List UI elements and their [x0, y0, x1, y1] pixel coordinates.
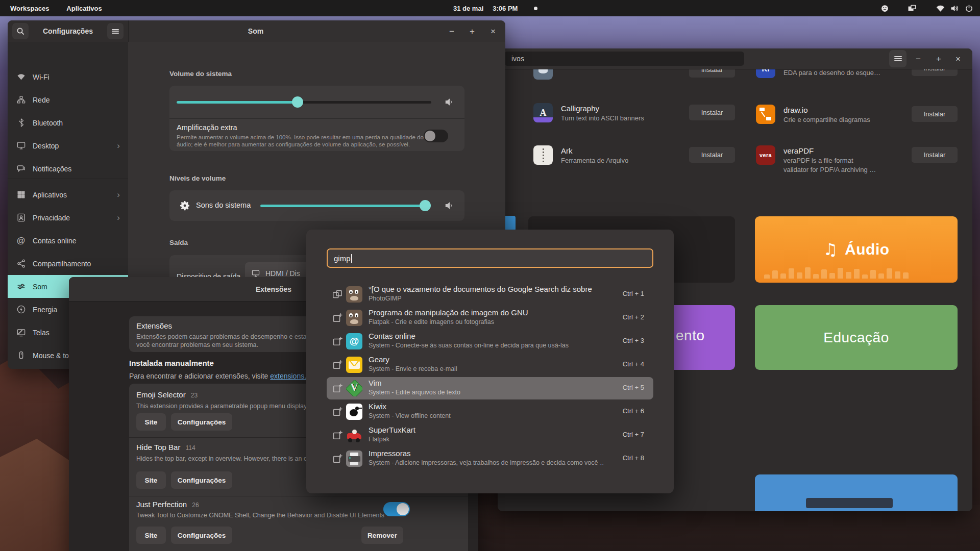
- remover-button[interactable]: Remover: [361, 527, 403, 544]
- notifications-icon: [16, 164, 26, 174]
- sidebar-item-label: Compartilhamento: [33, 260, 91, 268]
- display-icon: [16, 328, 26, 338]
- result-shortcut: Ctrl + 7: [623, 431, 644, 438]
- search-result-6[interactable]: KiwixSystem - View offline contentCtrl +…: [327, 400, 653, 423]
- site-button[interactable]: Site: [136, 413, 166, 431]
- clock-menu[interactable]: 31 de mai 3:06 PM: [453, 0, 537, 16]
- result-subtitle: PhotoGIMP: [369, 295, 603, 302]
- app-description: validator for PDF/A archiving …: [783, 165, 876, 174]
- store-app-row-ark[interactable]: ArkFerramenta de ArquivoInstalar: [533, 145, 735, 174]
- workspaces-menu[interactable]: Workspaces: [10, 5, 49, 12]
- system-sounds-slider[interactable]: [260, 194, 429, 217]
- site-button[interactable]: Site: [136, 471, 166, 489]
- store-search-input[interactable]: ivos: [504, 52, 744, 66]
- printer-app-icon: [346, 450, 362, 467]
- chevron-right-icon: ›: [117, 190, 120, 200]
- launcher-search-input[interactable]: gimp: [327, 248, 653, 268]
- system-volume-card: Amplificação extra Permite aumentar o vo…: [169, 86, 464, 151]
- music-note-icon: ♫: [823, 240, 838, 259]
- gimp-app-icon: [346, 310, 362, 326]
- settings-minimize-button[interactable]: −: [443, 20, 460, 42]
- result-subtitle: System - View offline content: [369, 412, 603, 419]
- manual-text: Para encontrar e adicionar extensões, vi…: [129, 372, 270, 380]
- store-app-row-calligraphy[interactable]: ACalligraphyTurn text into ASCII banners…: [533, 103, 735, 132]
- instalar-button[interactable]: Instalar: [912, 106, 958, 122]
- launch-new-icon: [332, 359, 343, 370]
- time-label: 3:06 PM: [493, 5, 518, 12]
- instalar-button[interactable]: Instalar: [689, 147, 735, 163]
- aplicativos-menu[interactable]: Aplicativos: [66, 5, 102, 12]
- at-icon: @: [16, 236, 26, 246]
- info-card-desc1: Extensões podem causar problemas de dese…: [136, 333, 325, 340]
- extension-version: 26: [192, 502, 199, 509]
- sidebar-item-wifi[interactable]: Wi-Fi: [8, 65, 128, 88]
- verapdf-app-icon: vera: [756, 145, 775, 165]
- instalar-button[interactable]: Instalar: [912, 147, 958, 163]
- store-app-row-verapdf[interactable]: veraveraPDFveraPDF is a file-formatvalid…: [756, 145, 958, 174]
- search-button[interactable]: [12, 23, 29, 39]
- sidebar-item-privacy[interactable]: Privacidade›: [8, 206, 128, 229]
- sidebar-item-apps[interactable]: Aplicativos›: [8, 183, 128, 206]
- result-title: Vim: [369, 379, 593, 387]
- site-button[interactable]: Site: [136, 527, 166, 544]
- sidebar-item-label: Energia: [33, 306, 57, 314]
- search-result-3[interactable]: @Contas onlineSystem - Conecte-se às sua…: [327, 330, 653, 353]
- settings-menu-button[interactable]: [107, 23, 124, 39]
- search-result-8[interactable]: ImpressorasSystem - Adicione impressoras…: [327, 447, 653, 470]
- search-result-4[interactable]: GearySystem - Envie e receba e-mailCtrl …: [327, 354, 653, 376]
- system-volume-slider[interactable]: [177, 91, 431, 113]
- store-menu-button[interactable]: [889, 50, 906, 67]
- configuracoes-button[interactable]: Configurações: [171, 413, 232, 431]
- store-app-row-draw-io[interactable]: draw.ioCrie e compartilhe diagramasInsta…: [756, 105, 958, 133]
- settings-app-title: Configurações: [32, 20, 104, 42]
- search-result-7[interactable]: SuperTuxKartFlatpakCtrl + 7: [327, 424, 653, 446]
- amp-extra-toggle[interactable]: [424, 130, 448, 142]
- slider-knob[interactable]: [420, 200, 431, 211]
- wifi-status-icon[interactable]: [935, 3, 945, 13]
- store-close-button[interactable]: ×: [951, 48, 965, 69]
- sidebar-item-bluetooth[interactable]: Bluetooth: [8, 111, 128, 134]
- sidebar-item-network[interactable]: Rede: [8, 88, 128, 111]
- settings-maximize-button[interactable]: +: [463, 20, 481, 42]
- volume-status-icon[interactable]: [949, 3, 960, 13]
- ark-app-icon: [533, 145, 553, 165]
- sidebar-item-notifications[interactable]: Notificações: [8, 157, 128, 180]
- category-tile-educacao[interactable]: Educação: [755, 305, 958, 370]
- workspaces-overview-icon[interactable]: [906, 3, 917, 13]
- app-name: veraPDF: [783, 146, 876, 156]
- result-shortcut: Ctrl + 3: [623, 337, 644, 344]
- category-tile-audio[interactable]: ♫ Áudio: [755, 216, 958, 283]
- power-icon[interactable]: [964, 3, 974, 13]
- sound-icon: [16, 282, 26, 292]
- top-bar: Workspaces Aplicativos 31 de mai 3:06 PM: [0, 0, 980, 16]
- section-title: Saída: [169, 239, 188, 246]
- sidebar-item-at[interactable]: @Contas online: [8, 229, 128, 252]
- search-result-1[interactable]: *[O que o vazamento de documentos do Goo…: [327, 283, 653, 306]
- configuracoes-button[interactable]: Configurações: [171, 527, 232, 544]
- configuracoes-button[interactable]: Configurações: [171, 471, 232, 489]
- result-title: Kiwix: [369, 402, 593, 411]
- result-title: SuperTuxKart: [369, 425, 593, 434]
- result-subtitle: System - Edite arquivos de texto: [369, 389, 603, 396]
- tile-label: Áudio: [845, 241, 889, 258]
- search-result-5[interactable]: VVimSystem - Edite arquivos de textoCtrl…: [327, 377, 653, 399]
- result-title: Contas online: [369, 332, 593, 340]
- store-maximize-button[interactable]: +: [932, 48, 946, 69]
- chevron-right-icon: ›: [117, 213, 120, 223]
- search-result-2[interactable]: Programa de manipulação de imagem do GNU…: [327, 307, 653, 329]
- result-shortcut: Ctrl + 5: [623, 384, 644, 391]
- search-query: gimp: [334, 254, 351, 263]
- store-minimize-button[interactable]: −: [911, 48, 925, 69]
- sidebar-item-label: Aplicativos: [33, 191, 67, 199]
- sidebar-item-share[interactable]: Compartilhamento: [8, 252, 128, 275]
- store-titlebar: ivos − + ×: [498, 48, 972, 69]
- emoji-selector-icon[interactable]: [879, 3, 890, 13]
- extension-desc: Hides the top bar, except in overview. H…: [136, 455, 325, 462]
- slider-knob[interactable]: [292, 96, 303, 108]
- result-subtitle: Flatpak: [369, 436, 603, 443]
- extension-toggle[interactable]: [383, 502, 410, 516]
- instalar-button[interactable]: Instalar: [689, 105, 735, 120]
- category-tile-partial-bottom[interactable]: [755, 474, 958, 511]
- sidebar-item-desktop[interactable]: Desktop›: [8, 134, 128, 157]
- settings-close-button[interactable]: ×: [484, 20, 502, 42]
